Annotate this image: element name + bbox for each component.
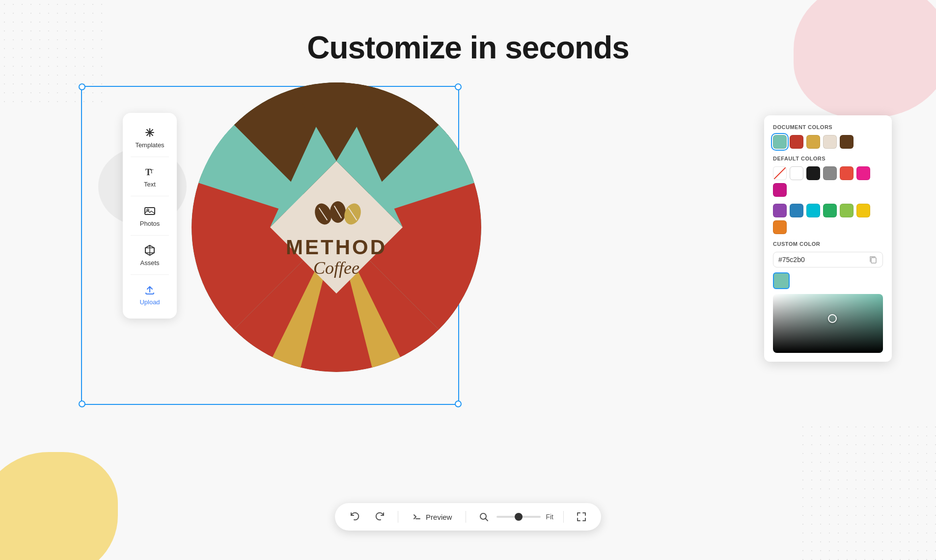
custom-color-input-row[interactable] bbox=[773, 252, 883, 267]
sidebar-item-templates[interactable]: Templates bbox=[123, 119, 177, 156]
doc-color-3[interactable] bbox=[806, 135, 820, 149]
toolbar-divider-1 bbox=[398, 511, 398, 523]
custom-color-label: CUSTOM COLOR bbox=[773, 241, 883, 247]
handle-tl[interactable] bbox=[79, 83, 85, 90]
upload-icon bbox=[143, 283, 157, 296]
svg-rect-28 bbox=[871, 258, 876, 263]
default-color-blue[interactable] bbox=[790, 204, 803, 217]
default-color-orange[interactable] bbox=[773, 220, 787, 234]
default-color-cyan[interactable] bbox=[806, 204, 820, 217]
svg-text:METHOD: METHOD bbox=[286, 236, 387, 259]
default-color-green[interactable] bbox=[823, 204, 837, 217]
default-color-black[interactable] bbox=[806, 166, 820, 180]
handle-br[interactable] bbox=[455, 400, 462, 407]
toolbar-divider-3 bbox=[563, 511, 564, 523]
undo-button[interactable] bbox=[347, 509, 362, 525]
divider-2 bbox=[131, 196, 169, 196]
divider-1 bbox=[131, 157, 169, 157]
default-color-magenta[interactable] bbox=[773, 183, 787, 197]
preview-button[interactable]: Preview bbox=[408, 510, 456, 524]
doc-color-1[interactable] bbox=[773, 135, 787, 149]
doc-color-2[interactable] bbox=[790, 135, 803, 149]
svg-text:Coffee: Coffee bbox=[313, 258, 359, 278]
toolbar-divider-2 bbox=[466, 511, 466, 523]
templates-label: Templates bbox=[135, 141, 164, 149]
default-color-gray[interactable] bbox=[823, 166, 837, 180]
default-color-transparent[interactable] bbox=[773, 166, 787, 180]
divider-3 bbox=[131, 235, 169, 236]
color-gradient-picker[interactable] bbox=[773, 294, 883, 353]
gradient-handle[interactable] bbox=[828, 314, 837, 323]
upload-label: Upload bbox=[139, 298, 160, 306]
default-color-white[interactable] bbox=[790, 166, 803, 180]
document-colors-label: DOCUMENT COLORS bbox=[773, 124, 883, 130]
page-title: Customize in seconds bbox=[307, 29, 629, 66]
default-colors-row bbox=[773, 166, 883, 197]
photos-label: Photos bbox=[140, 220, 160, 227]
default-colors-row-2 bbox=[773, 204, 883, 234]
divider-4 bbox=[131, 274, 169, 275]
templates-icon bbox=[143, 126, 157, 139]
photos-icon bbox=[143, 204, 157, 218]
bg-blob-topright bbox=[794, 0, 936, 118]
svg-rect-6 bbox=[145, 208, 155, 214]
assets-icon bbox=[143, 243, 157, 257]
zoom-area: Fit bbox=[476, 509, 553, 525]
svg-text:T: T bbox=[150, 168, 154, 175]
handle-bl[interactable] bbox=[79, 400, 85, 407]
sidebar-item-assets[interactable]: Assets bbox=[123, 237, 177, 273]
doc-color-5[interactable] bbox=[840, 135, 853, 149]
default-color-pink[interactable] bbox=[856, 166, 870, 180]
selected-color-preview[interactable] bbox=[773, 272, 790, 289]
bottom-toolbar: Preview Fit bbox=[335, 503, 601, 531]
logo-circle: METHOD Coffee bbox=[192, 82, 481, 372]
preview-label: Preview bbox=[426, 513, 452, 521]
default-color-purple[interactable] bbox=[773, 204, 787, 217]
bg-dots-bottomright bbox=[798, 423, 936, 560]
default-color-yellow[interactable] bbox=[856, 204, 870, 217]
sidebar: Templates T T Text Photos bbox=[123, 113, 177, 319]
redo-button[interactable] bbox=[372, 509, 388, 525]
logo-canvas: METHOD Coffee bbox=[192, 82, 481, 372]
default-colors-label: DEFAULT COLORS bbox=[773, 156, 883, 161]
bg-blob-bottomleft bbox=[0, 452, 118, 560]
zoom-thumb[interactable] bbox=[515, 513, 523, 521]
text-label: Text bbox=[144, 181, 156, 188]
sidebar-item-photos[interactable]: Photos bbox=[123, 197, 177, 234]
zoom-slider[interactable] bbox=[496, 516, 541, 518]
custom-color-input[interactable] bbox=[778, 256, 869, 264]
document-colors-row bbox=[773, 135, 883, 149]
sidebar-item-text[interactable]: T T Text bbox=[123, 158, 177, 195]
fullscreen-button[interactable] bbox=[574, 509, 589, 525]
copy-icon[interactable] bbox=[869, 255, 878, 264]
default-color-red[interactable] bbox=[840, 166, 853, 180]
assets-label: Assets bbox=[140, 259, 159, 267]
zoom-label: Fit bbox=[546, 513, 553, 521]
zoom-icon[interactable] bbox=[476, 509, 492, 525]
default-color-lightgreen[interactable] bbox=[840, 204, 853, 217]
custom-color-section: CUSTOM COLOR bbox=[773, 241, 883, 353]
doc-color-4[interactable] bbox=[823, 135, 837, 149]
color-panel: DOCUMENT COLORS DEFAULT COLORS CUSTOM CO… bbox=[764, 115, 892, 362]
sidebar-item-upload[interactable]: Upload bbox=[123, 276, 177, 313]
text-icon: T T bbox=[143, 165, 157, 179]
